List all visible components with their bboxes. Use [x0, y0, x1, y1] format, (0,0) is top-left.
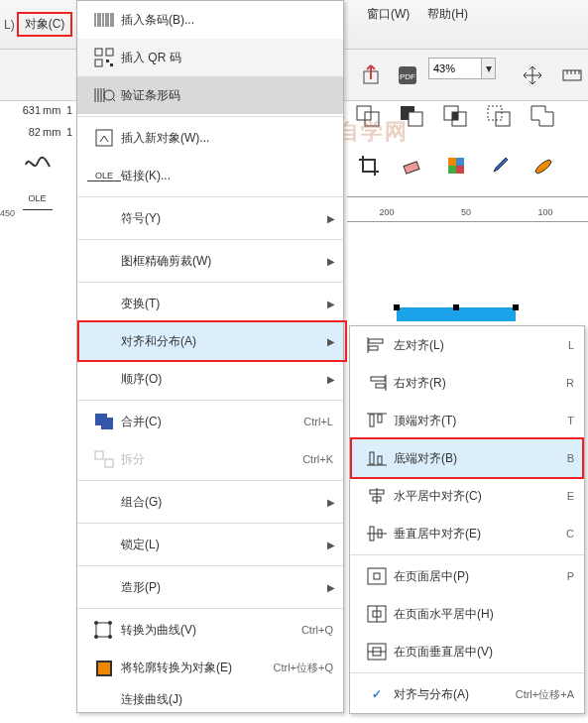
- qr-icon: [87, 48, 121, 67]
- shape-toolbar-1: [352, 99, 560, 133]
- svg-point-31: [108, 621, 112, 625]
- center-vertical[interactable]: 垂直居中对齐(E) C: [350, 515, 584, 552]
- menu-links[interactable]: OLE 链接(K)...: [77, 157, 343, 194]
- shape-toolbar-2: [352, 149, 560, 182]
- menu-window[interactable]: 窗口(W): [367, 6, 410, 23]
- svg-rect-24: [96, 130, 112, 146]
- menu-order[interactable]: 顺序(O)▶: [77, 360, 343, 398]
- shortcut-label: R: [485, 377, 574, 389]
- svg-rect-7: [409, 112, 422, 126]
- menu-outline-to-object[interactable]: 将轮廓转换为对象(E) Ctrl+位移+Q: [77, 649, 343, 686]
- svg-rect-39: [370, 415, 374, 426]
- center-horizontal[interactable]: 水平居中对齐(C) E: [350, 477, 584, 515]
- menu-powerclip[interactable]: 图框精确剪裁(W)▶: [77, 242, 343, 280]
- menu-item-prev[interactable]: L): [4, 18, 15, 32]
- svg-rect-5: [365, 112, 379, 126]
- fill-icon[interactable]: [439, 149, 473, 182]
- submenu-arrow-icon: ▶: [327, 497, 335, 508]
- menu-insert-barcode[interactable]: 插入条码(B)...: [77, 1, 343, 39]
- menu-shaping[interactable]: 造形(P)▶: [77, 568, 343, 606]
- shortcut-label: C: [485, 528, 574, 540]
- align-bottom-icon: [360, 448, 394, 468]
- svg-rect-47: [368, 568, 386, 584]
- shortcut-label: B: [485, 452, 574, 464]
- svg-rect-15: [456, 158, 464, 166]
- submenu-arrow-icon: ▶: [327, 374, 335, 385]
- align-top-icon: [360, 411, 394, 430]
- intersect-icon[interactable]: [439, 99, 473, 133]
- zoom-dropdown[interactable]: ▾: [482, 58, 496, 79]
- svg-rect-4: [357, 106, 371, 120]
- combine-icon: [87, 412, 121, 431]
- menu-symbol[interactable]: 符号(Y)▶: [77, 199, 343, 237]
- ruler-icon[interactable]: [555, 59, 588, 92]
- paint-icon[interactable]: [527, 149, 560, 182]
- svg-point-33: [108, 635, 112, 639]
- svg-rect-48: [374, 573, 380, 579]
- submenu-arrow-icon: ▶: [327, 336, 335, 347]
- ruler-horizontal: 200 50 100: [347, 196, 588, 222]
- weld-icon[interactable]: [527, 99, 560, 133]
- submenu-arrow-icon: ▶: [327, 582, 335, 593]
- crop-icon[interactable]: [352, 149, 386, 182]
- to-curves-icon: [87, 620, 121, 640]
- validate-icon: [87, 86, 121, 104]
- page-center-v[interactable]: 在页面垂直居中(V): [350, 633, 584, 670]
- menu-lock[interactable]: 锁定(L)▶: [77, 526, 343, 563]
- svg-point-30: [94, 621, 98, 625]
- menu-join-curves[interactable]: 连接曲线(J): [77, 686, 343, 712]
- menu-insert-object[interactable]: 插入新对象(W)...: [77, 119, 343, 157]
- selection-handle[interactable]: [394, 304, 400, 310]
- menu-validate-barcode[interactable]: 验证条形码: [77, 76, 343, 114]
- menu-transform[interactable]: 变换(T)▶: [77, 285, 343, 322]
- pdf-icon[interactable]: PDF: [391, 59, 424, 92]
- break-icon: [87, 449, 121, 469]
- menu-align-distribute[interactable]: 对齐和分布(A)▶: [77, 322, 343, 360]
- shortcut-label: E: [485, 490, 574, 502]
- barcode-icon: [87, 11, 121, 29]
- zoom-input[interactable]: [428, 58, 482, 79]
- align-bottom[interactable]: 底端对齐(B) B: [350, 439, 584, 477]
- selection-handle[interactable]: [513, 304, 519, 310]
- menu-help[interactable]: 帮助(H): [427, 6, 468, 23]
- page-center-icon: [360, 566, 394, 586]
- menu-object[interactable]: 对象(C): [17, 12, 73, 37]
- eyedropper-icon[interactable]: [483, 149, 517, 182]
- object-menu: 插入条码(B)... 插入 QR 码 验证条形码 插入新对象(W)... OLE…: [76, 0, 344, 713]
- menu-group[interactable]: 组合(G)▶: [77, 483, 343, 521]
- zoom-control[interactable]: ▾: [428, 58, 496, 79]
- export-icon[interactable]: [355, 59, 389, 92]
- trim-icon[interactable]: [483, 99, 517, 133]
- menu-to-curves[interactable]: 转换为曲线(V) Ctrl+Q: [77, 611, 343, 649]
- page-center[interactable]: 在页面居中(P) P: [350, 557, 584, 595]
- menu-break: 拆分 Ctrl+K: [77, 440, 343, 478]
- menu-insert-qr[interactable]: 插入 QR 码: [77, 39, 343, 76]
- eraser-icon[interactable]: [396, 149, 429, 182]
- align-right[interactable]: 右对齐(R) R: [350, 364, 584, 402]
- submenu-arrow-icon: ▶: [327, 213, 335, 224]
- svg-rect-20: [95, 60, 102, 66]
- page-center-h[interactable]: 在页面水平居中(H): [350, 595, 584, 633]
- shortcut-label: L: [485, 339, 574, 351]
- svg-rect-41: [370, 452, 374, 464]
- shortcut-label: Ctrl+L: [264, 416, 333, 427]
- check-icon: ✓: [360, 687, 394, 701]
- selection-handle[interactable]: [453, 304, 459, 310]
- align-top[interactable]: 顶端对齐(T) T: [350, 402, 584, 439]
- pan-icon[interactable]: [516, 59, 549, 92]
- subtract-icon[interactable]: [396, 99, 429, 133]
- center-v-icon: [360, 524, 394, 543]
- svg-rect-21: [106, 60, 109, 62]
- svg-rect-37: [371, 377, 385, 381]
- ole-icon[interactable]: OLE: [23, 186, 53, 210]
- svg-rect-11: [488, 106, 502, 120]
- menu-combine[interactable]: 合并(C) Ctrl+L: [77, 403, 343, 440]
- align-left[interactable]: 左对齐(L) L: [350, 326, 584, 364]
- align-distribute-dialog[interactable]: ✓ 对齐与分布(A) Ctrl+位移+A: [350, 675, 584, 713]
- outline-obj-icon: [87, 658, 121, 677]
- svg-rect-18: [95, 49, 102, 56]
- union-icon[interactable]: [352, 99, 386, 133]
- freehand-icon[interactable]: [23, 149, 53, 173]
- width-value: 631: [0, 104, 43, 116]
- align-right-icon: [360, 373, 394, 393]
